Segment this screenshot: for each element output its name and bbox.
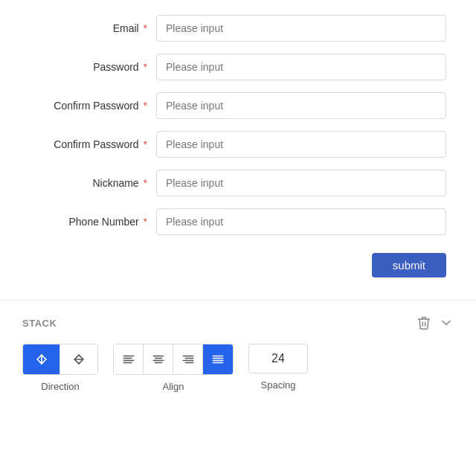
required-star-password: * (141, 61, 147, 73)
label-nickname: Nickname * (30, 177, 156, 189)
align-control: Align (113, 344, 234, 392)
spacing-input[interactable] (256, 352, 300, 365)
spacing-control: Spacing (248, 344, 308, 391)
align-justify-icon (211, 353, 225, 366)
submit-button[interactable]: submit (372, 253, 446, 278)
align-justify-button[interactable] (203, 344, 233, 374)
align-left-button[interactable] (114, 344, 144, 374)
controls-row: Direction (22, 344, 454, 392)
align-label: Align (163, 381, 184, 392)
delete-icon-button[interactable] (416, 315, 431, 330)
trash-icon (416, 315, 431, 330)
form-row-phone: Phone Number * (30, 208, 446, 235)
align-btn-group (113, 344, 234, 375)
align-right-icon (181, 353, 195, 366)
form-row-confirm-password-1: Confirm Password * (30, 92, 446, 119)
form-row-confirm-password-2: Confirm Password * (30, 131, 446, 158)
spacing-input-wrap (248, 344, 308, 373)
align-right-button[interactable] (173, 344, 203, 374)
input-phone[interactable] (156, 208, 446, 235)
form-row-nickname: Nickname * (30, 170, 446, 196)
chevron-down-icon (439, 315, 454, 330)
stack-header: STACK (22, 315, 454, 330)
required-star-confirm-password-1: * (141, 100, 147, 112)
direction-control: Direction (22, 344, 98, 392)
arrow-left-right-icon (71, 352, 86, 367)
stack-title: STACK (22, 318, 57, 329)
required-star-confirm-password-2: * (141, 138, 147, 150)
input-password[interactable] (156, 54, 446, 80)
align-center-icon (152, 353, 165, 366)
spacing-label: Spacing (261, 379, 296, 391)
required-star-email: * (141, 22, 147, 34)
input-email[interactable] (156, 15, 446, 42)
align-center-button[interactable] (144, 344, 173, 374)
direction-btn-group (22, 344, 98, 375)
direction-label: Direction (41, 381, 79, 392)
align-left-icon (122, 353, 135, 366)
required-star-nickname: * (141, 177, 147, 189)
arrow-up-down-icon (34, 352, 49, 367)
submit-row: submit (30, 253, 446, 278)
label-email: Email * (30, 22, 156, 34)
form-row-password: Password * (30, 54, 446, 80)
required-star-phone: * (141, 216, 147, 228)
stack-header-icons (416, 315, 454, 330)
form-row-email: Email * (30, 15, 446, 42)
direction-horizontal-button[interactable] (60, 344, 97, 374)
label-confirm-password-1: Confirm Password * (30, 100, 156, 112)
chevron-down-icon-button[interactable] (439, 315, 454, 330)
label-confirm-password-2: Confirm Password * (30, 138, 156, 150)
direction-vertical-button[interactable] (23, 344, 60, 374)
label-phone: Phone Number * (30, 216, 156, 228)
bottom-panel: STACK (0, 301, 476, 407)
input-confirm-password-1[interactable] (156, 92, 446, 119)
label-password: Password * (30, 61, 156, 73)
input-nickname[interactable] (156, 170, 446, 196)
input-confirm-password-2[interactable] (156, 131, 446, 158)
form-section: Email *Password *Confirm Password *Confi… (0, 0, 476, 300)
